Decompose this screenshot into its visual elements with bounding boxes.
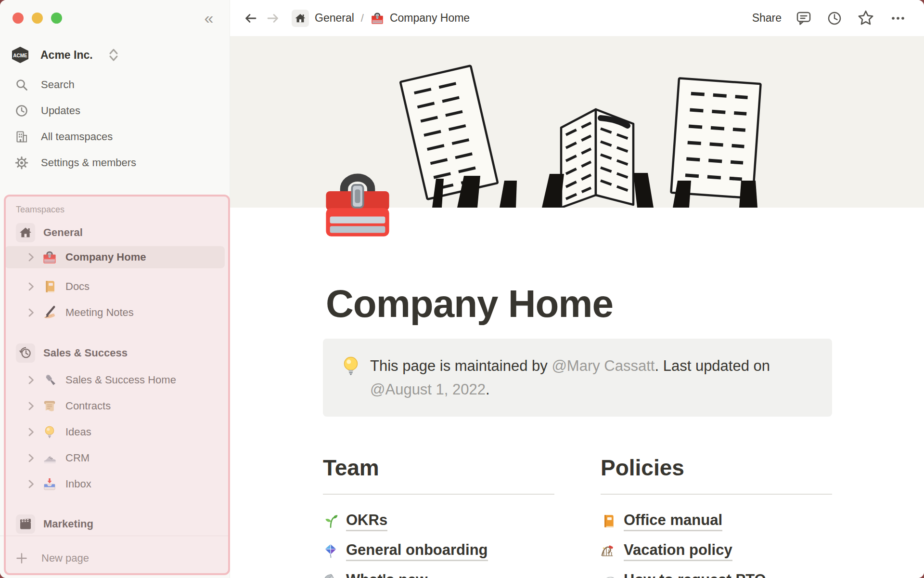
sidebar-item-label: Marketing: [43, 518, 93, 530]
chevron-right-icon[interactable]: [24, 250, 38, 264]
sidebar-item-crm[interactable]: CRM: [5, 445, 225, 471]
breadcrumb-teamspace[interactable]: [292, 10, 309, 27]
teamspaces-section-label: Teamspaces: [16, 202, 64, 217]
topbar-actions: Share: [752, 9, 908, 27]
heading-divider: [323, 494, 554, 495]
page-title[interactable]: Company Home: [323, 284, 832, 324]
house-icon: [18, 225, 33, 240]
history-clock-icon[interactable]: [826, 10, 843, 27]
share-button[interactable]: Share: [752, 12, 782, 25]
orange-book-icon: [601, 513, 616, 529]
page-link-office-manual[interactable]: Office manual: [601, 506, 832, 536]
clock-arrow-icon: [18, 346, 33, 360]
ellipsis-icon[interactable]: [888, 10, 908, 27]
page-link-label: OKRs: [346, 512, 387, 531]
team-column: Team OKRs: [323, 455, 554, 578]
person-mention[interactable]: @Mary Cassatt: [552, 357, 654, 374]
back-arrow-icon[interactable]: [243, 10, 259, 26]
page-link-vacation-policy[interactable]: Vacation policy: [601, 536, 832, 566]
breadcrumb-separator: /: [361, 12, 364, 25]
page-link-label: How to request PTO: [624, 571, 766, 578]
chevron-right-icon[interactable]: [24, 477, 38, 491]
new-page-button[interactable]: New page: [5, 545, 225, 572]
sidebar-item-all-teamspaces[interactable]: All teamspaces: [5, 124, 225, 150]
column-heading: Policies: [601, 455, 832, 480]
comment-icon[interactable]: [795, 10, 812, 27]
minimize-button[interactable]: [32, 13, 43, 24]
date-mention[interactable]: @August 1, 2022: [370, 381, 486, 398]
sidebar-item-updates[interactable]: Updates: [5, 98, 225, 124]
topbar: General / Company Home Share: [230, 0, 924, 36]
sidebar-item-label: Inbox: [65, 478, 91, 490]
chevron-right-icon[interactable]: [24, 451, 38, 465]
clock-icon: [14, 104, 29, 118]
sidebar-item-inbox[interactable]: Inbox: [5, 471, 225, 497]
breadcrumb-current-page[interactable]: Company Home: [390, 12, 470, 25]
ledger-icon: [42, 279, 57, 294]
sidebar-item-label: Contracts: [65, 400, 111, 412]
seedling-icon: [323, 513, 338, 529]
forward-arrow-icon[interactable]: [265, 10, 281, 26]
sidebar-item-search[interactable]: Search: [5, 72, 225, 98]
workspace-switcher[interactable]: ACME Acme Inc.: [11, 42, 222, 67]
sidebar-item-label: General: [43, 226, 83, 239]
running-shoe-icon: [42, 451, 57, 465]
page-link-label: What's new: [346, 571, 427, 578]
chevron-up-down-icon: [107, 47, 120, 63]
breadcrumb-link[interactable]: General: [315, 12, 354, 25]
toolbox-icon: [371, 12, 384, 25]
sidebar-item-label: CRM: [65, 452, 90, 464]
chevron-right-icon[interactable]: [24, 373, 38, 387]
roller-coaster-icon: [601, 543, 616, 559]
sidebar-item-label: Sales & Success Home: [65, 374, 176, 386]
zoom-button[interactable]: [51, 13, 62, 24]
sidebar-item-sales-success-home[interactable]: Sales & Success Home: [5, 367, 225, 393]
sidebar-footer: New page: [0, 536, 230, 578]
chevron-right-icon[interactable]: [24, 279, 38, 294]
sidebar-item-contracts[interactable]: Contracts: [5, 393, 225, 419]
policies-column: Policies Office manual: [601, 455, 832, 578]
microphone-icon: [42, 373, 57, 387]
callout-text-segment: . Last updated on: [654, 357, 770, 374]
sidebar-item-general[interactable]: General: [5, 220, 225, 246]
chevron-right-icon[interactable]: [24, 425, 38, 439]
sidebar-item-sales-success[interactable]: Sales & Success: [5, 340, 225, 366]
kite-icon: [323, 543, 338, 559]
star-icon[interactable]: [857, 9, 875, 27]
sidebar-item-ideas[interactable]: Ideas: [5, 419, 225, 445]
chevron-right-icon[interactable]: [24, 399, 38, 413]
sidebar-item-settings[interactable]: Settings & members: [5, 150, 225, 176]
close-button[interactable]: [13, 13, 24, 24]
main-area: General / Company Home Share: [230, 0, 924, 578]
building-icon: [14, 130, 29, 144]
sidebar-item-marketing[interactable]: Marketing: [5, 511, 225, 537]
sidebar-item-label: Company Home: [65, 251, 146, 263]
column-heading: Team: [323, 455, 554, 480]
page-link-general-onboarding[interactable]: General onboarding: [323, 536, 554, 566]
page-icon-toolbox[interactable]: [321, 169, 394, 241]
page-link-request-pto[interactable]: How to request PTO: [601, 566, 832, 578]
notion-window: « ACME Acme Inc. Search Updates: [0, 0, 924, 578]
page-link-whats-new[interactable]: What's new: [323, 566, 554, 578]
chevron-right-icon[interactable]: [24, 305, 38, 320]
sidebar-item-company-home[interactable]: Company Home: [5, 246, 225, 268]
svg-text:ACME: ACME: [13, 53, 27, 58]
callout-text: This page is maintained by @Mary Cassatt…: [370, 354, 770, 401]
page-link-label: General onboarding: [346, 541, 488, 561]
page-link-okrs[interactable]: OKRs: [323, 506, 554, 536]
sidebar-item-label: Docs: [65, 280, 90, 293]
callout-text-segment: This page is maintained by: [370, 357, 552, 374]
sidebar-item-label: Sales & Success: [43, 347, 128, 359]
traffic-lights: [13, 13, 62, 24]
sidebar-item-label: Settings & members: [41, 157, 136, 169]
collapse-sidebar-icon[interactable]: «: [198, 9, 219, 28]
sidebar-item-label: Updates: [41, 105, 80, 117]
sidebar-item-docs[interactable]: Docs: [5, 274, 225, 300]
gear-icon: [14, 156, 29, 170]
heading-divider: [601, 494, 832, 495]
acme-logo-icon: ACME: [11, 46, 30, 64]
page-link-label: Vacation policy: [624, 541, 732, 561]
sidebar-item-meeting-notes[interactable]: Meeting Notes: [5, 300, 225, 326]
rolled-newspaper-icon: [323, 573, 338, 578]
light-bulb-icon: [342, 356, 359, 377]
